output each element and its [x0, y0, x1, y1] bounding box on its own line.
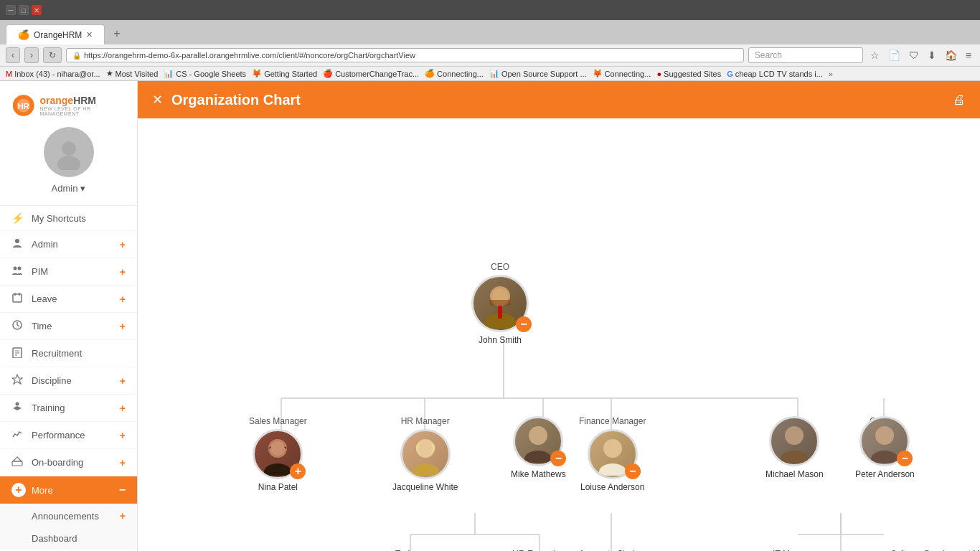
sidebar-item-onboarding[interactable]: On-boarding + [0, 449, 137, 476]
svg-point-59 [877, 428, 892, 443]
new-tab-button[interactable]: + [106, 23, 127, 44]
node-circle-finance: − [588, 429, 638, 479]
title-bar-buttons: ─ □ ✕ [6, 5, 42, 15]
tab-close-icon[interactable]: ✕ [86, 30, 93, 39]
sidebar-item-performance[interactable]: Performance + [0, 422, 137, 449]
finance-collapse-button[interactable]: − [625, 463, 641, 479]
discipline-expand-icon: + [120, 375, 126, 387]
michael-face-svg [773, 420, 816, 463]
performance-icon [11, 428, 26, 442]
nav-label-discipline: Discipline [32, 375, 120, 386]
onboarding-icon [11, 456, 26, 469]
bookmark-suggested[interactable]: ● Suggested Sites [656, 70, 721, 78]
sidebar-nav: ⚡ My Shortcuts Admin + PIM + [0, 206, 137, 551]
admin-dropdown[interactable]: Admin ▾ [52, 183, 86, 194]
svg-point-5 [15, 239, 19, 243]
pim-expand-icon: + [120, 266, 126, 278]
logo-tagline: NEW LEVEL OF HR MANAGEMENT [39, 106, 126, 116]
active-tab[interactable]: 🍊 OrangeHRM ✕ [6, 24, 105, 44]
avatar-svg [51, 134, 87, 170]
print-icon[interactable]: 🖨 [953, 93, 966, 108]
refresh-button[interactable]: ↻ [43, 47, 62, 63]
bookmark-connecting1[interactable]: 🍊 Connecting... [425, 69, 484, 78]
sidebar-sub-item-announcements[interactable]: Announcements + [0, 504, 137, 527]
node-name-sales: Nina Patel [249, 482, 307, 492]
bookmark-label: Open Source Support ... [501, 70, 587, 78]
home-icon[interactable]: 🏠 [942, 48, 960, 62]
download-icon[interactable]: ⬇ [925, 48, 939, 62]
onboarding-expand-icon: + [120, 457, 126, 468]
svg-point-44 [270, 441, 285, 456]
close-button[interactable]: ✕ [32, 5, 42, 15]
bookmark-open-source[interactable]: 📊 Open Source Support ... [489, 69, 587, 78]
bookmark-connecting2[interactable]: 🦊 Connecting... [593, 69, 651, 78]
sidebar-item-admin[interactable]: Admin + [0, 231, 137, 258]
logo-orange: orange [39, 95, 73, 106]
sales-expand-button[interactable]: + [290, 463, 306, 479]
nav-label-time: Time [32, 321, 120, 331]
shield-icon[interactable]: 🛡 [906, 48, 922, 62]
svg-point-49 [524, 451, 552, 463]
search-bar[interactable]: Search [748, 47, 863, 63]
sidebar-item-pim[interactable]: PIM + [0, 258, 137, 286]
node-name-finance: Loiuse Anderson [579, 482, 646, 492]
title-bar: ─ □ ✕ [0, 0, 980, 20]
reader-icon[interactable]: 📄 [885, 48, 903, 62]
peter-collapse-button[interactable]: − [897, 451, 913, 466]
node-hr-jacqueline: HR Manager Jacqueline White [392, 416, 458, 492]
menu-icon[interactable]: ≡ [963, 48, 974, 62]
sidebar-sub-item-dashboard[interactable]: Dashboard [0, 527, 137, 550]
svg-point-6 [14, 267, 17, 270]
sidebar-item-leave[interactable]: Leave + [0, 286, 137, 313]
node-name-peter: Peter Anderson [855, 469, 915, 479]
bookmark-label: cheap LCD TV stands i... [735, 70, 823, 78]
forward-button[interactable]: › [24, 47, 39, 63]
bookmark-more[interactable]: » [829, 70, 833, 78]
header-close-icon[interactable]: ✕ [152, 92, 163, 108]
node-name-hr-jacqueline: Jacqueline White [392, 482, 458, 492]
bookmark-inbox[interactable]: M Inbox (43) - nihara@or... [6, 70, 100, 78]
gmail-icon: M [6, 70, 12, 78]
main-content: ✕ Organization Chart 🖨 [138, 81, 980, 551]
bookmark-google-sheets[interactable]: 📊 CS - Google Sheets [164, 69, 246, 78]
nav-label-recruitment: Recruitment [32, 348, 126, 359]
discipline-icon [11, 374, 26, 387]
svg-point-55 [781, 451, 808, 463]
bookmark-cheap-lcd[interactable]: G cheap LCD TV stands i... [727, 70, 823, 78]
url-bar[interactable]: 🔒 https://orangehrm-demo-6x-parallel.ora… [66, 48, 744, 62]
node-name-mike: Mike Mathews [511, 469, 566, 479]
sidebar-item-recruitment[interactable]: Recruitment [0, 340, 137, 367]
recruitment-icon [11, 347, 26, 360]
more-icon: + [11, 483, 26, 497]
bookmarks-icon[interactable]: ☆ [867, 48, 882, 62]
bookmark-customer-change[interactable]: 🍎 CustomerChangeTrac... [323, 69, 419, 78]
minimize-button[interactable]: ─ [6, 5, 16, 15]
sidebar-item-training[interactable]: Training + [0, 395, 137, 422]
node-name-michael: Michael Mason [765, 469, 824, 479]
orangehrm-logo-icon: HR [11, 93, 35, 118]
bookmark-most-visited[interactable]: ★ Most Visited [106, 69, 159, 78]
svg-line-13 [17, 325, 19, 326]
org-chart: CEO − [152, 133, 941, 551]
node-sales: Sales Manager + Nina Patel [249, 416, 307, 492]
mike-collapse-button[interactable]: − [550, 451, 566, 466]
sidebar-item-time[interactable]: Time + [0, 313, 137, 340]
tab-label: OrangeHRM [34, 30, 82, 40]
bookmark-getting-started[interactable]: 🦊 Getting Started [252, 69, 317, 78]
time-expand-icon: + [120, 321, 126, 332]
node-role-hr: HR Manager [392, 416, 458, 426]
back-button[interactable]: ‹ [6, 47, 20, 63]
bookmark-label: Suggested Sites [664, 70, 721, 78]
org-chart-container[interactable]: CEO − [138, 118, 980, 551]
sidebar-item-more[interactable]: + More − [0, 476, 137, 504]
nav-icons: ☆ 📄 🛡 ⬇ 🏠 ≡ [867, 48, 974, 62]
pim-icon [11, 265, 26, 278]
sidebar-item-shortcuts[interactable]: ⚡ My Shortcuts [0, 206, 137, 231]
bookmark-label: Connecting... [605, 70, 651, 78]
node-avatar-hr [400, 429, 451, 479]
page-header: ✕ Organization Chart 🖨 [138, 81, 980, 118]
ceo-collapse-button[interactable]: − [516, 316, 532, 332]
maximize-button[interactable]: □ [19, 5, 29, 15]
node-michael: Michael Mason [765, 416, 824, 479]
sidebar-item-discipline[interactable]: Discipline + [0, 367, 137, 395]
